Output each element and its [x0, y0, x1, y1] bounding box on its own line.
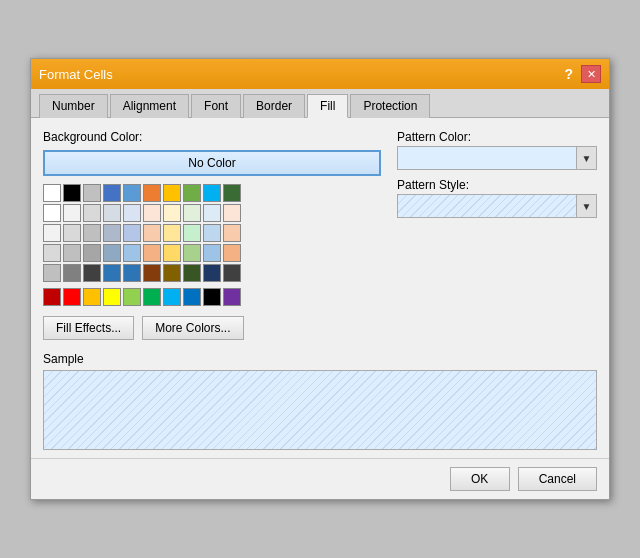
- color-r3-9[interactable]: [203, 224, 221, 242]
- pattern-style-dropdown[interactable]: ▼: [397, 194, 597, 218]
- sample-section: Sample: [31, 352, 609, 458]
- more-colors-button[interactable]: More Colors...: [142, 316, 243, 340]
- color-r4-10[interactable]: [223, 244, 241, 262]
- color-r3-1[interactable]: [43, 224, 61, 242]
- color-white[interactable]: [43, 184, 61, 202]
- fill-effects-button[interactable]: Fill Effects...: [43, 316, 134, 340]
- help-button[interactable]: ?: [564, 65, 573, 83]
- color-r5-8[interactable]: [183, 264, 201, 282]
- tab-font[interactable]: Font: [191, 94, 241, 118]
- ok-button[interactable]: OK: [450, 467, 510, 491]
- color-r3-8[interactable]: [183, 224, 201, 242]
- no-color-button[interactable]: No Color: [43, 150, 381, 176]
- color-r4-8[interactable]: [183, 244, 201, 262]
- close-button[interactable]: ✕: [581, 65, 601, 83]
- color-r5-5[interactable]: [123, 264, 141, 282]
- color-r2-7[interactable]: [163, 204, 181, 222]
- color-r2-10[interactable]: [223, 204, 241, 222]
- fill-content: Background Color: No Color: [31, 118, 609, 352]
- tab-bar: Number Alignment Font Border Fill Protec…: [31, 89, 609, 118]
- pattern-style-section: Pattern Style: ▼: [397, 178, 597, 218]
- pattern-style-preview: [398, 195, 576, 217]
- color-r6-4[interactable]: [103, 288, 121, 306]
- tab-fill[interactable]: Fill: [307, 94, 348, 118]
- sample-box: [43, 370, 597, 450]
- color-orange1[interactable]: [143, 184, 161, 202]
- color-r4-2[interactable]: [63, 244, 81, 262]
- color-r5-4[interactable]: [103, 264, 121, 282]
- pattern-color-label: Pattern Color:: [397, 130, 597, 144]
- color-r6-7[interactable]: [163, 288, 181, 306]
- color-r4-7[interactable]: [163, 244, 181, 262]
- pattern-style-label: Pattern Style:: [397, 178, 597, 192]
- color-r3-6[interactable]: [143, 224, 161, 242]
- pattern-color-section: Pattern Color: ▼: [397, 130, 597, 170]
- right-panel: Pattern Color: ▼ Pattern Style: ▼: [397, 130, 597, 340]
- tab-number[interactable]: Number: [39, 94, 108, 118]
- cancel-button[interactable]: Cancel: [518, 467, 597, 491]
- tab-alignment[interactable]: Alignment: [110, 94, 189, 118]
- tab-border[interactable]: Border: [243, 94, 305, 118]
- color-r6-6[interactable]: [143, 288, 161, 306]
- color-r4-3[interactable]: [83, 244, 101, 262]
- sample-label: Sample: [43, 352, 597, 366]
- title-bar: Format Cells ? ✕: [31, 59, 609, 89]
- pattern-color-fill: [398, 147, 576, 169]
- color-r5-10[interactable]: [223, 264, 241, 282]
- color-row-5: [43, 264, 381, 282]
- left-panel: Background Color: No Color: [43, 130, 381, 340]
- color-darkgreen1[interactable]: [223, 184, 241, 202]
- title-bar-left: Format Cells: [39, 67, 113, 82]
- color-r3-2[interactable]: [63, 224, 81, 242]
- color-r4-4[interactable]: [103, 244, 121, 262]
- color-r2-8[interactable]: [183, 204, 201, 222]
- color-black[interactable]: [63, 184, 81, 202]
- color-r6-5[interactable]: [123, 288, 141, 306]
- color-r2-3[interactable]: [83, 204, 101, 222]
- color-blue1[interactable]: [103, 184, 121, 202]
- color-r6-9[interactable]: [203, 288, 221, 306]
- color-r5-1[interactable]: [43, 264, 61, 282]
- color-r5-6[interactable]: [143, 264, 161, 282]
- color-r4-6[interactable]: [143, 244, 161, 262]
- color-r5-9[interactable]: [203, 264, 221, 282]
- color-r2-9[interactable]: [203, 204, 221, 222]
- tab-protection[interactable]: Protection: [350, 94, 430, 118]
- color-r4-9[interactable]: [203, 244, 221, 262]
- color-r3-5[interactable]: [123, 224, 141, 242]
- color-row-1: [43, 184, 381, 202]
- title-controls: ? ✕: [564, 65, 601, 83]
- color-silver[interactable]: [83, 184, 101, 202]
- color-row-4: [43, 244, 381, 262]
- color-r2-6[interactable]: [143, 204, 161, 222]
- color-r4-5[interactable]: [123, 244, 141, 262]
- color-r6-10[interactable]: [223, 288, 241, 306]
- pattern-color-arrow[interactable]: ▼: [576, 147, 596, 169]
- color-cyan1[interactable]: [203, 184, 221, 202]
- action-buttons: Fill Effects... More Colors...: [43, 316, 381, 340]
- color-r2-4[interactable]: [103, 204, 121, 222]
- color-r3-3[interactable]: [83, 224, 101, 242]
- color-r4-1[interactable]: [43, 244, 61, 262]
- format-cells-dialog: Format Cells ? ✕ Number Alignment Font B…: [30, 58, 610, 500]
- color-r5-7[interactable]: [163, 264, 181, 282]
- color-r5-2[interactable]: [63, 264, 81, 282]
- color-r6-1[interactable]: [43, 288, 61, 306]
- color-r6-3[interactable]: [83, 288, 101, 306]
- color-green1[interactable]: [183, 184, 201, 202]
- color-r3-7[interactable]: [163, 224, 181, 242]
- dialog-title: Format Cells: [39, 67, 113, 82]
- color-yellow1[interactable]: [163, 184, 181, 202]
- color-r3-10[interactable]: [223, 224, 241, 242]
- color-r6-2[interactable]: [63, 288, 81, 306]
- color-r3-4[interactable]: [103, 224, 121, 242]
- color-r6-8[interactable]: [183, 288, 201, 306]
- footer: OK Cancel: [31, 458, 609, 499]
- color-blue2[interactable]: [123, 184, 141, 202]
- color-r2-5[interactable]: [123, 204, 141, 222]
- color-r2-1[interactable]: [43, 204, 61, 222]
- color-r5-3[interactable]: [83, 264, 101, 282]
- pattern-style-arrow[interactable]: ▼: [576, 195, 596, 217]
- pattern-color-dropdown[interactable]: ▼: [397, 146, 597, 170]
- color-r2-2[interactable]: [63, 204, 81, 222]
